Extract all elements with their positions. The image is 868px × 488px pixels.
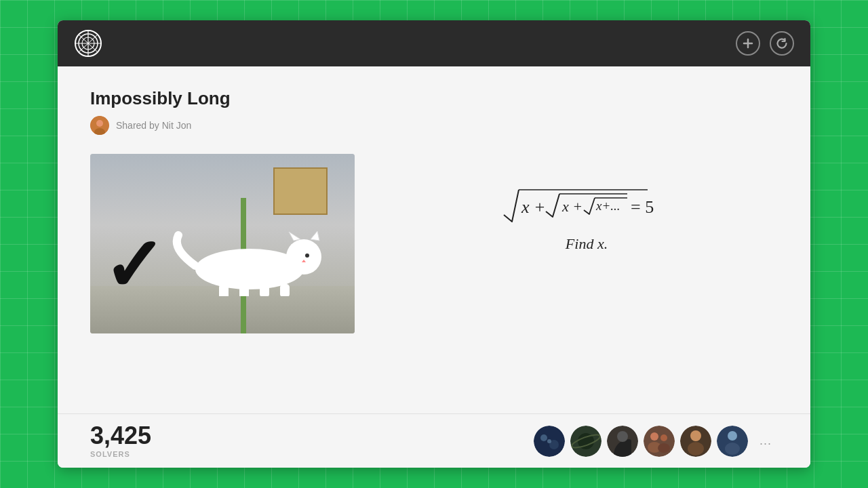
solver-avatar-1 xyxy=(534,426,565,457)
bg-box xyxy=(273,167,328,215)
solver-avatar-5 xyxy=(680,426,711,457)
svg-point-49 xyxy=(725,443,740,455)
solvers-section: 3,425 SOLVERS xyxy=(90,424,151,458)
svg-point-48 xyxy=(728,431,737,441)
svg-point-32 xyxy=(547,439,551,443)
solvers-count: 3,425 xyxy=(90,424,151,448)
main-content: Impossibly Long Shared by Nit Jon xyxy=(58,66,810,413)
svg-point-30 xyxy=(540,434,547,441)
math-find: Find x. xyxy=(566,235,608,253)
avatar-image xyxy=(90,116,109,135)
svg-rect-21 xyxy=(280,284,290,296)
post-image: ✓ xyxy=(90,154,355,333)
solver-avatar-6 xyxy=(717,426,748,457)
svg-point-43 xyxy=(658,443,670,453)
post-title: Impossibly Long xyxy=(90,88,778,109)
svg-point-10 xyxy=(96,120,103,127)
add-button[interactable] xyxy=(736,31,760,56)
svg-point-39 xyxy=(644,426,675,457)
svg-rect-19 xyxy=(239,284,249,296)
math-section: x + x + x+... = 5 Find x. xyxy=(395,154,778,253)
svg-marker-15 xyxy=(311,231,319,241)
svg-point-38 xyxy=(617,431,628,442)
solver-avatar-3 xyxy=(607,426,638,457)
app-window: Impossibly Long Shared by Nit Jon xyxy=(58,20,810,468)
svg-point-40 xyxy=(650,432,658,441)
cat-svg xyxy=(158,228,341,296)
solver-avatars: ... xyxy=(534,426,778,457)
more-button[interactable]: ... xyxy=(753,429,778,453)
svg-point-41 xyxy=(660,434,667,441)
svg-point-46 xyxy=(688,442,704,455)
post-body: ✓ x + x + xyxy=(90,154,778,333)
solver-avatar-4 xyxy=(644,426,675,457)
math-formula-svg: x + x + x+... = 5 xyxy=(492,174,682,235)
svg-rect-18 xyxy=(219,284,229,296)
svg-rect-20 xyxy=(260,284,269,296)
svg-marker-14 xyxy=(289,232,300,241)
footer: 3,425 SOLVERS xyxy=(58,413,810,468)
solvers-label: SOLVERS xyxy=(90,450,151,458)
svg-text:= 5: = 5 xyxy=(631,197,654,217)
svg-point-45 xyxy=(690,430,701,441)
solver-avatar-2 xyxy=(570,426,601,457)
titlebar xyxy=(58,20,810,66)
checkmark: ✓ xyxy=(102,228,165,303)
shared-by-text: Shared by Nit Jon xyxy=(116,120,191,131)
svg-point-16 xyxy=(305,253,309,258)
author-avatar xyxy=(90,116,109,135)
svg-text:x +: x + xyxy=(521,197,546,217)
svg-text:x +: x + xyxy=(561,198,583,215)
refresh-button[interactable] xyxy=(770,31,794,56)
svg-text:x+...: x+... xyxy=(595,199,620,213)
post-meta: Shared by Nit Jon xyxy=(90,116,778,135)
svg-point-13 xyxy=(286,239,321,274)
app-logo[interactable] xyxy=(74,29,102,58)
titlebar-actions xyxy=(736,31,794,56)
cat-scene: ✓ xyxy=(90,154,355,333)
